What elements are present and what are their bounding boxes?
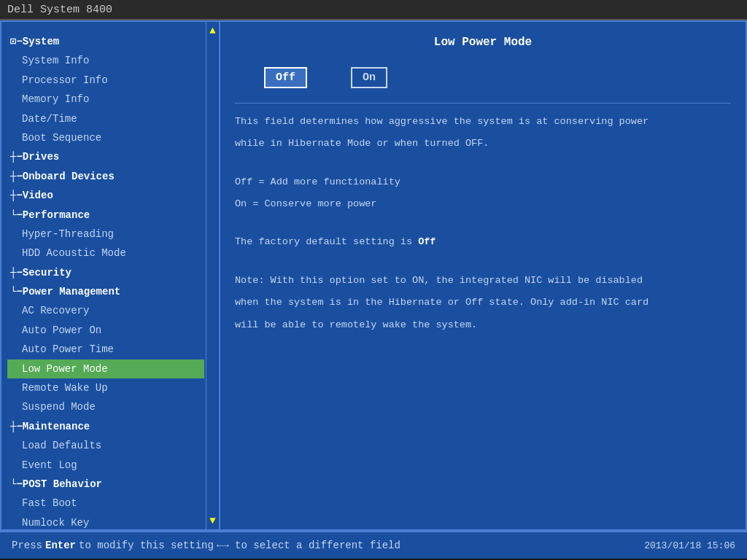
title-bar-text: Dell System 8400 [7, 4, 112, 16]
action-text: to modify this setting [79, 540, 214, 551]
sidebar-item-auto-power-time[interactable]: Auto Power Time [7, 340, 204, 359]
sidebar-item-suspend-mode[interactable]: Suspend Mode [7, 397, 204, 416]
content-title: Low Power Mode [235, 34, 731, 52]
option-off-button[interactable]: Off [264, 67, 307, 88]
description-line2: while in Hibernate Mode or when turned O… [235, 136, 731, 152]
sidebar: ⊡−SystemSystem InfoProcessor InfoMemory … [1, 22, 220, 529]
scroll-down-icon[interactable]: ▼ [209, 515, 215, 526]
sidebar-item-video[interactable]: ┼−Video [7, 186, 204, 205]
sidebar-item-system[interactable]: ⊡−System [7, 32, 204, 51]
datetime: 2013/01/18 15:06 [644, 540, 735, 551]
secondary-text: ←→ to select a different field [217, 540, 400, 551]
sidebar-item-maintenance[interactable]: ┼−Maintenance [7, 417, 204, 436]
sidebar-item-date-time[interactable]: Date/Time [7, 109, 204, 128]
note-line2: when the system is in the Hibernate or O… [235, 295, 731, 311]
factory-value: Off [418, 236, 436, 247]
sidebar-item-power-management[interactable]: └−Power Management [7, 282, 204, 301]
sidebar-item-load-defaults[interactable]: Load Defaults [7, 436, 204, 455]
sidebar-item-memory-info[interactable]: Memory Info [7, 90, 204, 109]
sidebar-item-hyper-threading[interactable]: Hyper-Threading [7, 225, 204, 244]
sidebar-item-hdd-acoustic[interactable]: HDD Acoustic Mode [7, 244, 204, 262]
sidebar-item-fast-boot[interactable]: Fast Boot [7, 494, 204, 513]
description-line1: This field determines how aggressive the… [235, 114, 731, 130]
sidebar-item-post-behavior[interactable]: └−POST Behavior [7, 475, 204, 494]
sidebar-item-boot-sequence[interactable]: Boot Sequence [7, 128, 204, 147]
factory-default: The factory default setting is Off [235, 234, 731, 250]
sidebar-item-security[interactable]: ┼−Security [7, 263, 204, 282]
sidebar-item-system-info[interactable]: System Info [7, 51, 204, 70]
sidebar-item-processor-info[interactable]: Processor Info [7, 71, 204, 90]
sidebar-item-performance[interactable]: └−Performance [7, 206, 204, 225]
bios-screen: ⊡−SystemSystem InfoProcessor InfoMemory … [0, 20, 747, 531]
option-buttons: Off On [235, 67, 731, 88]
note-line1: Note: With this option set to ON, the in… [235, 273, 731, 289]
title-bar: Dell System 8400 [0, 0, 747, 20]
enter-key-label: Enter [45, 540, 76, 551]
content-area: Low Power Mode Off On This field determi… [220, 22, 746, 529]
sidebar-item-ac-recovery[interactable]: AC Recovery [7, 301, 204, 320]
option-on-button[interactable]: On [351, 67, 387, 88]
sidebar-content: ⊡−SystemSystem InfoProcessor InfoMemory … [1, 28, 207, 529]
sidebar-item-auto-power-on[interactable]: Auto Power On [7, 321, 204, 340]
sidebar-item-low-power-mode[interactable]: Low Power Mode [7, 359, 204, 378]
status-bar: Press Enter to modify this setting ←→ to… [0, 531, 747, 559]
status-text: Press Enter to modify this setting ←→ to… [12, 540, 400, 551]
press-label: Press [12, 540, 42, 551]
sidebar-item-numlock-key[interactable]: Numlock Key [7, 513, 204, 529]
sidebar-item-event-log[interactable]: Event Log [7, 456, 204, 475]
scroll-up-icon[interactable]: ▲ [209, 25, 215, 36]
sidebar-item-remote-wake-up[interactable]: Remote Wake Up [7, 378, 204, 397]
sidebar-item-drives[interactable]: ┼−Drives [7, 147, 204, 166]
factory-label: The factory default setting is [235, 236, 418, 247]
sidebar-scrollbar: ▲ ▼ [206, 22, 219, 529]
divider [235, 103, 731, 104]
off-desc: Off = Add more functionality [235, 174, 731, 190]
note-line3: will be able to remotely wake the system… [235, 317, 731, 333]
sidebar-item-onboard-devices[interactable]: ┼−Onboard Devices [7, 167, 204, 186]
on-desc: On = Conserve more power [235, 196, 731, 212]
